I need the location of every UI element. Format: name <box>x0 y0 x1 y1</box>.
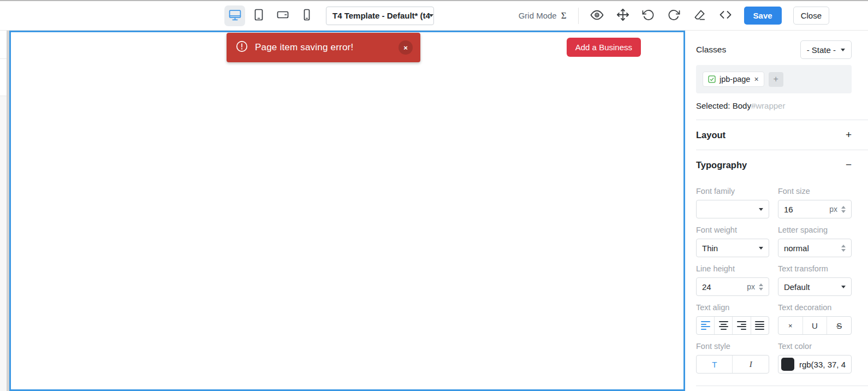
stepper-icon[interactable] <box>841 245 846 252</box>
text-align-group <box>696 316 769 335</box>
align-center-button[interactable] <box>714 317 732 334</box>
section-layout[interactable]: Layout + <box>696 120 868 150</box>
font-style-label: Font style <box>696 342 769 351</box>
text-decoration-group: × U S <box>778 316 852 335</box>
text-align-label: Text align <box>696 303 769 312</box>
remove-class-button[interactable]: × <box>754 75 758 83</box>
underline-icon: U <box>812 321 818 330</box>
device-tablet-landscape-button[interactable] <box>272 5 293 26</box>
font-style-normal-button[interactable]: T <box>697 356 732 373</box>
toolbar-divider <box>578 8 579 24</box>
chevron-down-icon <box>841 286 846 288</box>
font-family-select[interactable] <box>696 200 769 218</box>
expand-icon[interactable]: + <box>846 129 852 141</box>
alert-circle-icon <box>235 40 248 55</box>
italic-icon: I <box>750 360 752 369</box>
save-button[interactable]: Save <box>744 7 782 25</box>
selected-element-line: Selected: Body#wrapper <box>696 101 852 110</box>
align-left-icon <box>701 321 710 330</box>
template-select[interactable]: T4 Template - Default* (t4 <box>326 7 434 25</box>
add-business-button[interactable]: Add a Business <box>567 38 641 57</box>
state-select[interactable]: - State - <box>800 40 852 59</box>
letter-spacing-value: normal <box>784 244 809 253</box>
text-transform-select[interactable]: Default <box>778 277 852 296</box>
move-mode-button[interactable] <box>616 9 630 23</box>
device-desktop-button[interactable] <box>224 5 245 26</box>
class-chip[interactable]: jpb-page × <box>703 72 764 87</box>
state-select-value: - State - <box>807 45 836 55</box>
text-transform-label: Text transform <box>778 264 852 273</box>
decoration-none-button[interactable]: × <box>778 317 802 334</box>
decoration-strikethrough-button[interactable]: S <box>827 317 851 334</box>
decoration-underline-button[interactable]: U <box>802 317 827 334</box>
device-mobile-button[interactable] <box>296 5 317 26</box>
preview-button[interactable] <box>590 9 604 23</box>
tablet-landscape-icon <box>276 8 289 23</box>
stepper-icon[interactable] <box>841 206 846 213</box>
font-weight-value: Thin <box>702 244 718 253</box>
font-weight-select[interactable]: Thin <box>696 239 769 257</box>
text-color-label: Text color <box>778 342 852 351</box>
divider <box>696 386 868 386</box>
section-typography[interactable]: Typography − <box>696 150 868 180</box>
desktop-icon <box>228 8 242 23</box>
align-left-button[interactable] <box>697 317 714 334</box>
undo-button[interactable] <box>641 9 656 23</box>
class-chip-label: jpb-page <box>720 75 750 84</box>
builder-toolbar: T4 Template - Default* (t4 Grid Mode Σ S… <box>0 1 868 31</box>
template-select-value: T4 Template - Default* (t4 <box>332 11 430 20</box>
left-edge-segment <box>0 96 7 391</box>
page-canvas[interactable]: Page item saving error! × Add a Business <box>9 31 685 391</box>
letter-spacing-label: Letter spacing <box>778 226 852 234</box>
decoration-none-icon: × <box>788 322 793 330</box>
style-sidebar: Classes - State - jpb-page × + Selected:… <box>685 31 868 391</box>
selected-label: Selected: <box>696 101 730 110</box>
font-size-unit: px <box>829 205 837 214</box>
letter-spacing-input[interactable]: normal <box>778 239 852 257</box>
eraser-icon <box>693 9 706 23</box>
close-icon: × <box>403 44 408 51</box>
tablet-icon <box>252 8 265 23</box>
add-class-button[interactable]: + <box>769 72 783 87</box>
layout-section-title: Layout <box>696 130 726 140</box>
text-color-control[interactable]: rgb(33, 37, 4 <box>778 355 852 374</box>
left-edge-segment <box>0 31 7 59</box>
text-transform-value: Default <box>784 282 810 292</box>
clear-styles-button[interactable] <box>693 9 707 23</box>
redo-button[interactable] <box>667 9 681 23</box>
code-icon <box>719 8 732 23</box>
align-right-button[interactable] <box>732 317 750 334</box>
font-size-value: 16 <box>784 205 793 214</box>
line-height-unit: px <box>747 282 755 291</box>
code-editor-button[interactable] <box>718 9 733 23</box>
class-list: jpb-page × + <box>696 65 852 93</box>
collapse-icon[interactable]: − <box>846 159 852 171</box>
text-decoration-label: Text decoration <box>778 303 852 312</box>
device-tablet-button[interactable] <box>248 5 269 26</box>
device-preview-group <box>224 5 317 26</box>
font-style-italic-button[interactable]: I <box>732 356 768 373</box>
stepper-icon[interactable] <box>759 283 763 291</box>
line-height-input[interactable]: 24 px <box>696 277 769 296</box>
mobile-icon <box>300 8 313 23</box>
font-size-input[interactable]: 16 px <box>778 200 852 218</box>
typography-controls: Font family Font size 16 px Font weight <box>696 180 852 386</box>
left-edge-panel <box>0 31 7 391</box>
close-button[interactable]: Close <box>793 7 829 25</box>
line-height-value: 24 <box>702 282 711 292</box>
font-size-label: Font size <box>778 187 852 196</box>
line-height-label: Line height <box>696 264 769 273</box>
align-justify-icon <box>755 321 764 330</box>
chevron-down-icon <box>429 14 433 17</box>
grid-mode-toggle[interactable]: Grid Mode Σ <box>519 10 567 21</box>
font-family-label: Font family <box>696 187 769 196</box>
classes-title: Classes <box>696 45 726 55</box>
chevron-down-icon <box>841 49 845 51</box>
color-swatch[interactable] <box>781 358 794 371</box>
left-edge-segment <box>0 59 7 96</box>
redo-icon <box>668 9 680 23</box>
align-justify-button[interactable] <box>751 317 769 334</box>
selected-element-id: #wrapper <box>751 101 786 110</box>
text-color-value: rgb(33, 37, 4 <box>799 360 846 369</box>
toast-close-button[interactable]: × <box>399 40 413 55</box>
